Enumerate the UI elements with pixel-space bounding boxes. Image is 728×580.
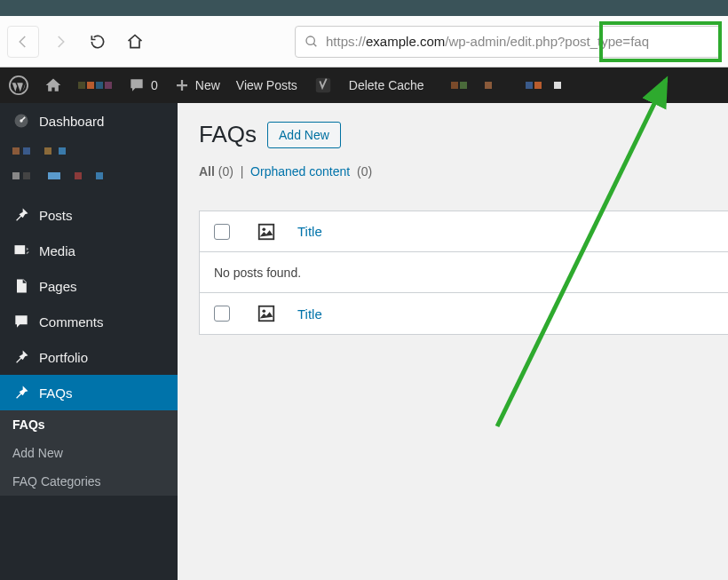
yoast-icon[interactable]: [313, 75, 333, 95]
new-item[interactable]: New: [174, 77, 220, 93]
url-bar[interactable]: https://example.com/wp-admin/edit.php?po…: [295, 26, 721, 58]
svg-point-9: [262, 309, 265, 313]
arrow-left-icon: [15, 34, 31, 50]
comment-icon: [12, 313, 30, 330]
submenu-faqs[interactable]: FAQs: [0, 410, 178, 439]
search-icon: [305, 35, 319, 49]
svg-point-7: [262, 227, 265, 231]
no-posts-row: No posts found.: [200, 252, 728, 293]
plus-icon: [174, 77, 190, 93]
back-button[interactable]: [7, 26, 39, 58]
redacted-block-2: [451, 82, 492, 89]
filter-orphaned[interactable]: Orphaned content: [250, 164, 350, 179]
reload-icon: [89, 33, 107, 51]
sidebar-item-faqs[interactable]: FAQs: [0, 375, 178, 410]
pin-icon: [12, 384, 30, 401]
svg-point-4: [20, 119, 22, 122]
sidebar-item-dashboard[interactable]: Dashboard: [0, 103, 178, 139]
svg-rect-5: [15, 245, 26, 254]
column-title[interactable]: Title: [289, 224, 728, 239]
table-header: Title: [200, 211, 728, 252]
page-title: FAQs: [199, 121, 257, 148]
posts-table: Title No posts found. Title: [199, 211, 728, 335]
reload-button[interactable]: [82, 26, 114, 58]
pin-icon: [12, 348, 30, 366]
comment-icon: [128, 76, 146, 94]
sidebar-item-media[interactable]: Media: [0, 233, 178, 268]
sidebar-item-posts[interactable]: Posts: [0, 197, 178, 233]
window-titlebar: [0, 0, 728, 16]
redacted-block: [78, 82, 112, 89]
select-all-checkbox[interactable]: [214, 224, 230, 240]
site-home-icon[interactable]: [44, 76, 62, 94]
delete-cache[interactable]: Delete Cache: [349, 78, 424, 92]
content-area: FAQs Add New All (0) | Orphaned content …: [178, 103, 728, 580]
svg-point-0: [306, 36, 314, 44]
select-all-checkbox-bottom[interactable]: [214, 306, 230, 322]
comments-item[interactable]: 0: [128, 76, 158, 94]
sidebar-item-pages[interactable]: Pages: [0, 268, 178, 304]
redacted-block-3: [526, 82, 561, 89]
svg-rect-8: [259, 306, 274, 322]
featured-image-icon: [257, 304, 276, 323]
filter-all[interactable]: All: [199, 164, 215, 179]
redacted-sidebar-1: [0, 139, 178, 163]
add-new-button[interactable]: Add New: [267, 122, 341, 148]
redacted-sidebar-2: [0, 163, 178, 188]
pin-icon: [12, 206, 30, 224]
submenu-categories[interactable]: FAQ Categories: [0, 467, 178, 496]
sidebar-item-portfolio[interactable]: Portfolio: [0, 339, 178, 375]
home-icon: [126, 33, 144, 51]
media-icon: [12, 242, 30, 259]
column-title-bottom[interactable]: Title: [289, 306, 728, 322]
submenu-add-new[interactable]: Add New: [0, 439, 178, 467]
arrow-right-icon: [52, 34, 68, 50]
filter-links: All (0) | Orphaned content (0): [199, 164, 728, 179]
view-posts[interactable]: View Posts: [236, 78, 297, 92]
url-text: https://example.com/wp-admin/edit.php?po…: [326, 34, 649, 49]
home-button[interactable]: [119, 26, 151, 58]
table-footer: Title: [200, 293, 728, 334]
admin-sidebar: Dashboard Posts Media Pages Comments Por…: [0, 103, 178, 580]
wp-adminbar: 0 New View Posts Delete Cache: [0, 68, 728, 103]
sidebar-submenu: FAQs Add New FAQ Categories: [0, 410, 178, 496]
svg-rect-6: [259, 224, 274, 239]
page-icon: [12, 277, 30, 295]
sidebar-item-comments[interactable]: Comments: [0, 304, 178, 339]
forward-button[interactable]: [44, 26, 76, 58]
comments-count: 0: [151, 78, 158, 92]
dashboard-icon: [12, 112, 30, 130]
wp-logo[interactable]: [9, 75, 28, 95]
browser-toolbar: https://example.com/wp-admin/edit.php?po…: [0, 16, 728, 68]
featured-image-icon: [257, 222, 276, 242]
